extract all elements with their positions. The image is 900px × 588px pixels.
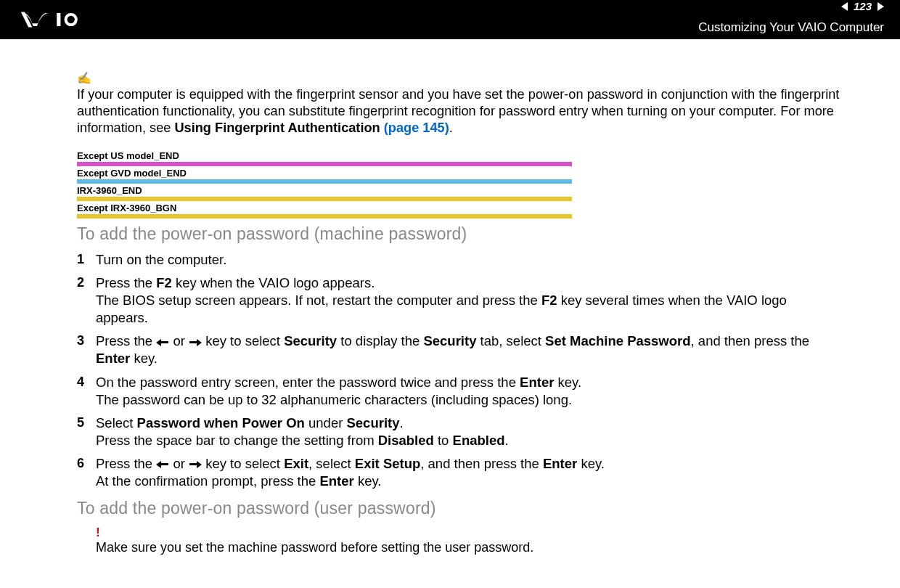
note-page-link[interactable]: (page 145)	[384, 121, 449, 135]
prev-page-icon[interactable]	[841, 2, 848, 11]
right-arrow-key-icon	[189, 339, 202, 346]
left-arrow-key-icon	[156, 461, 169, 468]
next-page-icon[interactable]	[878, 2, 884, 11]
tag-label: Except US model_END	[77, 149, 572, 162]
note-paragraph: If your computer is equipped with the fi…	[77, 86, 842, 136]
step-5: Select Password when Power On under Secu…	[77, 415, 842, 449]
step-2: Press the F2 key when the VAIO logo appe…	[77, 274, 842, 327]
page-content: ✍ If your computer is equipped with the …	[0, 39, 900, 555]
warning-icon: !	[96, 526, 842, 540]
page-number: 123	[851, 0, 875, 12]
section-heading-user-password: To add the power-on password (user passw…	[77, 499, 842, 518]
left-arrow-key-icon	[156, 339, 169, 346]
header-section-title: Customizing Your VAIO Computer	[698, 20, 884, 35]
step-4: On the password entry screen, enter the …	[77, 374, 842, 409]
note-bold-ref: Using Fingerprint Authentication	[174, 121, 383, 135]
tag-bar-yellow	[77, 214, 572, 219]
vaio-logo	[18, 10, 116, 29]
step-6: Press the or key to select Exit, select …	[77, 455, 842, 490]
right-arrow-key-icon	[189, 461, 202, 468]
warning-text: Make sure you set the machine password b…	[96, 540, 842, 555]
steps-list: Turn on the computer. Press the F2 key w…	[77, 251, 842, 490]
svg-rect-0	[57, 13, 60, 26]
tag-label: IRX-3960_END	[77, 184, 572, 197]
page-header: 123 Customizing Your VAIO Computer	[0, 0, 900, 39]
section-heading-machine-password: To add the power-on password (machine pa…	[77, 224, 842, 244]
model-tags: Except US model_END Except GVD model_END…	[77, 149, 842, 219]
step-3: Press the or key to select Security to d…	[77, 332, 842, 367]
page-nav: 123	[841, 0, 884, 12]
step-1: Turn on the computer.	[77, 251, 842, 269]
tag-label: Except IRX-3960_BGN	[77, 201, 572, 214]
tag-label: Except GVD model_END	[77, 166, 572, 179]
note-icon: ✍	[77, 71, 842, 85]
note-tail: .	[449, 121, 453, 135]
